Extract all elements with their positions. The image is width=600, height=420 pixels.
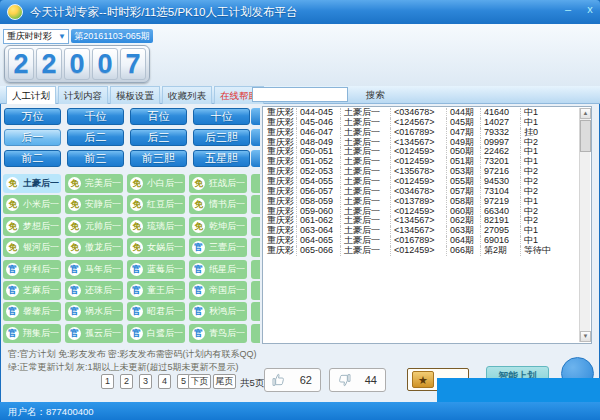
- table-row[interactable]: 重庆彩064-065土豪后一<016789>064期69016中1: [264, 236, 579, 246]
- tab-人工计划[interactable]: 人工计划: [6, 86, 56, 104]
- clipped-grid-cell: [251, 324, 260, 343]
- plan-source-元帅后一[interactable]: 免元帅后一: [65, 217, 123, 236]
- plan-source-狂战后一[interactable]: 免狂战后一: [189, 174, 247, 193]
- plan-source-伊利后一[interactable]: 官伊利后一: [3, 260, 61, 279]
- free-badge: 免: [192, 220, 205, 233]
- table-row[interactable]: 重庆彩054-055土豪后一<012459>055期94530中2: [264, 177, 579, 187]
- free-badge: 免: [6, 241, 19, 254]
- page-button-4[interactable]: 4: [158, 374, 171, 389]
- table-row[interactable]: 重庆彩050-051土豪后一<012459>050期22462中1: [264, 147, 579, 157]
- plan-source-小白后一[interactable]: 免小白后一: [127, 174, 185, 193]
- position-button-后二[interactable]: 后二: [67, 129, 124, 146]
- cell-plan: 土豪后一: [340, 177, 390, 187]
- tab-计划内容[interactable]: 计划内容: [58, 86, 108, 104]
- plan-source-帝国后一[interactable]: 官帝国后一: [189, 281, 247, 300]
- plan-source-红豆后一[interactable]: 免红豆后一: [127, 195, 185, 214]
- next-page-button[interactable]: 下页: [188, 374, 211, 389]
- page-button-3[interactable]: 3: [139, 374, 152, 389]
- thumbs-up-icon: [271, 372, 287, 388]
- plan-source-翔集后一[interactable]: 官翔集后一: [3, 324, 61, 343]
- table-row[interactable]: 重庆彩051-052土豪后一<012459>051期73201中1: [264, 157, 579, 167]
- plan-source-安静后一[interactable]: 免安静后一: [65, 195, 123, 214]
- position-button-后一[interactable]: 后一: [4, 129, 61, 146]
- cell-plan: 土豪后一: [340, 147, 390, 157]
- plan-source-女娲后一[interactable]: 免女娲后一: [127, 238, 185, 257]
- search-input[interactable]: [252, 87, 348, 102]
- clipped-grid-cell: [251, 302, 260, 321]
- search-button[interactable]: 搜索: [366, 89, 385, 102]
- position-button-前二[interactable]: 前二: [4, 150, 61, 167]
- position-button-万位[interactable]: 万位: [4, 108, 61, 125]
- position-button-前三胆[interactable]: 前三胆: [130, 150, 187, 167]
- position-button-百位[interactable]: 百位: [130, 108, 187, 125]
- blue-overlay: [437, 378, 600, 404]
- plan-source-银河后一[interactable]: 免银河后一: [3, 238, 61, 257]
- plan-source-完美后一[interactable]: 免完美后一: [65, 174, 123, 193]
- scrollbar-thumb[interactable]: [580, 120, 591, 152]
- cell-plan: 土豪后一: [340, 108, 390, 118]
- list-scrollbar[interactable]: ▲ ▼: [579, 108, 590, 342]
- position-button-前三[interactable]: 前三: [67, 150, 124, 167]
- table-row[interactable]: 重庆彩061-062土豪后一<134567>062期82191中2: [264, 216, 579, 226]
- table-row[interactable]: 重庆彩058-059土豪后一<013789>058期97219中1: [264, 197, 579, 207]
- plan-source-还珠后一[interactable]: 官还珠后一: [65, 281, 123, 300]
- plan-source-孤云后一[interactable]: 官孤云后一: [65, 324, 123, 343]
- table-row[interactable]: 重庆彩056-057土豪后一<034678>057期73104中2: [264, 187, 579, 197]
- lottery-dropdown[interactable]: 重庆时时彩 ▼: [3, 29, 69, 44]
- page-button-1[interactable]: 1: [101, 374, 114, 389]
- plan-source-芝麻后一[interactable]: 官芝麻后一: [3, 281, 61, 300]
- close-button[interactable]: x: [582, 3, 598, 17]
- plan-source-琉璃后一[interactable]: 免琉璃后一: [127, 217, 185, 236]
- table-row[interactable]: 重庆彩046-047土豪后一<016789>047期79332挂0: [264, 128, 579, 138]
- plan-source-纸星后一[interactable]: 官纸星后一: [189, 260, 247, 279]
- table-row[interactable]: 重庆彩048-049土豪后一<134567>049期09997中2: [264, 138, 579, 148]
- plan-source-童王后一[interactable]: 官童王后一: [127, 281, 185, 300]
- scroll-down-icon[interactable]: ▼: [580, 331, 591, 342]
- table-row[interactable]: 重庆彩044-045土豪后一<034678>044期41640中1: [264, 108, 579, 118]
- plan-source-小米后一[interactable]: 免小米后一: [3, 195, 61, 214]
- plan-source-馨馨后一[interactable]: 官馨馨后一: [3, 302, 61, 321]
- table-row[interactable]: 重庆彩063-064土豪后一<134567>063期27095中1: [264, 226, 579, 236]
- plan-source-昭君后一[interactable]: 官昭君后一: [127, 302, 185, 321]
- plan-source-祸水后一[interactable]: 官祸水后一: [65, 302, 123, 321]
- plan-source-乾坤后一[interactable]: 免乾坤后一: [189, 217, 247, 236]
- cell-status: 等待中: [520, 246, 579, 256]
- table-row[interactable]: 重庆彩052-053土豪后一<135678>053期97216中2: [264, 167, 579, 177]
- cell-status: 中2: [520, 167, 579, 177]
- plan-source-梦想后一[interactable]: 免梦想后一: [3, 217, 61, 236]
- plan-source-马年后一[interactable]: 官马年后一: [65, 260, 123, 279]
- plan-source-蓝莓后一[interactable]: 官蓝莓后一: [127, 260, 185, 279]
- tab-模板设置[interactable]: 模板设置: [110, 86, 160, 104]
- plan-source-土豪后一[interactable]: 免土豪后一: [3, 174, 61, 193]
- table-row[interactable]: 重庆彩045-046土豪后一<124567>045期14027中1: [264, 118, 579, 128]
- position-button-千位[interactable]: 千位: [67, 108, 124, 125]
- cell-game: 重庆彩: [264, 118, 296, 128]
- dislike-button[interactable]: 44: [329, 368, 386, 392]
- plan-source-白鹭后一[interactable]: 官白鹭后一: [127, 324, 185, 343]
- plan-source-青鸟后一[interactable]: 官青鸟后一: [189, 324, 247, 343]
- plan-source-name: 白鹭后一: [147, 327, 183, 340]
- minimize-button[interactable]: –: [560, 3, 576, 17]
- plan-source-三壹后一[interactable]: 官三壹后一: [189, 238, 247, 257]
- position-button-十位[interactable]: 十位: [193, 108, 250, 125]
- page-button-2[interactable]: 2: [120, 374, 133, 389]
- tab-收藏列表[interactable]: 收藏列表: [162, 86, 212, 104]
- plan-source-情书后一[interactable]: 免情书后一: [189, 195, 247, 214]
- left-panel: 万位千位百位十位后一后二后三后三胆前二前三前三胆五星胆 免土豪后一免完美后一免小…: [0, 104, 262, 346]
- position-button-后三胆[interactable]: 后三胆: [193, 129, 250, 146]
- plan-source-傲龙后一[interactable]: 免傲龙后一: [65, 238, 123, 257]
- table-row[interactable]: 重庆彩065-066土豪后一<012459>066期第2期等待中: [264, 246, 579, 256]
- official-badge: 官: [6, 284, 19, 297]
- official-badge: 官: [130, 284, 143, 297]
- scroll-up-icon[interactable]: ▲: [580, 108, 591, 119]
- plan-source-秋鸿后一[interactable]: 官秋鸿后一: [189, 302, 247, 321]
- clipped-grid-cell: [251, 281, 260, 300]
- last-page-button[interactable]: 尾页: [213, 374, 236, 389]
- cell-game: 重庆彩: [264, 226, 296, 236]
- position-button-五星胆[interactable]: 五星胆: [193, 150, 250, 167]
- like-button[interactable]: 62: [264, 368, 321, 392]
- cell-plan: 土豪后一: [340, 118, 390, 128]
- table-row[interactable]: 重庆彩059-060土豪后一<012459>060期66340中2: [264, 207, 579, 217]
- position-button-后三[interactable]: 后三: [130, 129, 187, 146]
- cell-period: 062期: [446, 216, 480, 226]
